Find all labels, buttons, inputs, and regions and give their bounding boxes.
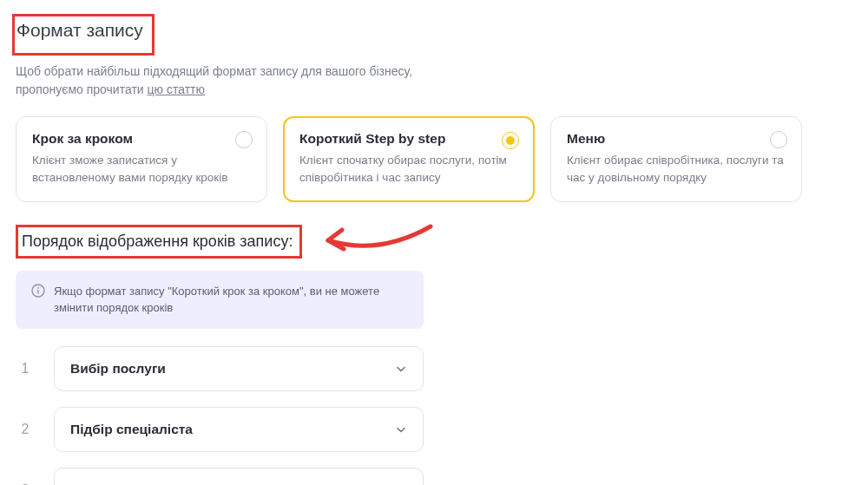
step-row: 2 Підбір спеціаліста xyxy=(16,407,424,452)
annotation-highlight-subtitle: Порядок відображення кроків запису: xyxy=(16,225,302,259)
radio-icon xyxy=(770,131,787,148)
format-card-title: Меню xyxy=(567,131,786,147)
format-card-desc: Клієнт спочатку обирає послуги, потім сп… xyxy=(299,152,518,187)
info-icon xyxy=(31,284,45,298)
format-card-desc: Клієнт обирає співробітника, послуги та … xyxy=(567,152,786,187)
step-number: 2 xyxy=(16,422,35,437)
step-label: Вибір послуги xyxy=(70,361,166,377)
info-banner: Якщо формат запису "Короткий крок за кро… xyxy=(16,271,424,329)
annotation-arrow-icon xyxy=(318,220,439,261)
intro-text-prefix: Щоб обрати найбільш підходящий формат за… xyxy=(16,64,412,96)
format-card-desc: Клієнт зможе записатися у встановленому … xyxy=(32,152,251,187)
format-card-title: Крок за кроком xyxy=(32,131,251,147)
step-row: 1 Вибір послуги xyxy=(16,346,424,391)
intro-text: Щоб обрати найбільш підходящий формат за… xyxy=(16,62,424,99)
format-cards-group: Крок за кроком Клієнт зможе записатися у… xyxy=(16,116,852,202)
step-item-datetime[interactable]: Вибір дати та часу xyxy=(54,468,424,486)
radio-icon xyxy=(502,132,519,149)
radio-icon xyxy=(235,131,253,148)
svg-rect-2 xyxy=(37,289,38,293)
subtitle-row: Порядок відображення кроків запису: xyxy=(16,225,852,259)
chevron-down-icon xyxy=(395,363,407,375)
step-label: Вибір дати та часу xyxy=(70,482,195,486)
step-item-specialist[interactable]: Підбір спеціаліста xyxy=(54,407,424,452)
step-row: 3 Вибір дати та часу xyxy=(16,468,424,486)
annotation-highlight-title: Формат запису xyxy=(12,14,155,56)
step-label: Підбір спеціаліста xyxy=(70,422,193,437)
format-card-step-by-step[interactable]: Крок за кроком Клієнт зможе записатися у… xyxy=(16,116,267,202)
step-number: 1 xyxy=(16,361,35,377)
svg-point-1 xyxy=(37,286,39,288)
step-item-service[interactable]: Вибір послуги xyxy=(54,346,424,391)
chevron-down-icon xyxy=(395,423,407,436)
format-card-short-step[interactable]: Короткий Step by step Клієнт спочатку об… xyxy=(283,116,535,202)
intro-article-link[interactable]: цю статтю xyxy=(148,82,205,96)
format-card-menu[interactable]: Меню Клієнт обирає співробітника, послуг… xyxy=(550,116,802,202)
steps-subtitle: Порядок відображення кроків запису: xyxy=(22,233,293,250)
info-banner-text: Якщо формат запису "Короткий крок за кро… xyxy=(54,283,408,317)
section-title: Формат запису xyxy=(16,20,143,41)
steps-list: 1 Вибір послуги 2 Підбір спеціаліста 3 В… xyxy=(16,346,424,486)
format-card-title: Короткий Step by step xyxy=(299,131,518,147)
step-number: 3 xyxy=(16,482,35,486)
